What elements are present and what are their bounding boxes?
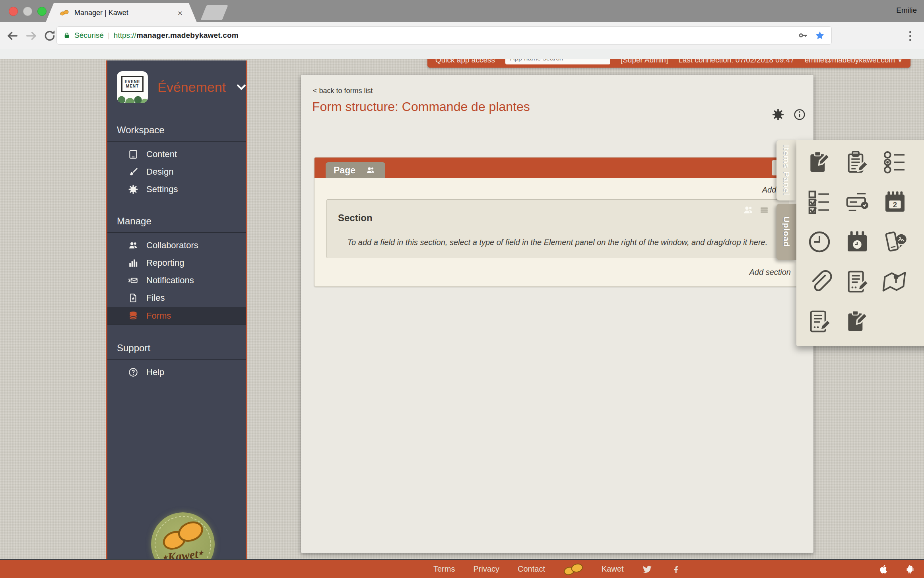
section-label-manage: Manage bbox=[107, 205, 246, 233]
minimize-window-button[interactable] bbox=[23, 7, 32, 16]
android-icon[interactable] bbox=[905, 564, 915, 574]
items-panel-grid: 2 bbox=[796, 140, 924, 346]
browser-menu-icon[interactable] bbox=[904, 29, 916, 42]
reload-button[interactable] bbox=[43, 29, 56, 43]
paperclip-icon[interactable] bbox=[807, 269, 832, 294]
close-window-button[interactable] bbox=[9, 7, 18, 16]
footer: Terms Privacy Contact Kawet bbox=[0, 559, 924, 578]
form-settings-gear-icon[interactable] bbox=[772, 108, 784, 121]
people-icon bbox=[366, 165, 375, 175]
footer-link-privacy[interactable]: Privacy bbox=[473, 564, 499, 574]
svg-text:2: 2 bbox=[893, 200, 897, 209]
tab-close-icon[interactable]: × bbox=[178, 9, 182, 17]
sidebar-item-reporting[interactable]: Reporting bbox=[107, 254, 246, 272]
page-tab[interactable]: Page bbox=[326, 162, 385, 178]
forward-button[interactable] bbox=[25, 29, 38, 43]
people-icon[interactable] bbox=[743, 204, 754, 216]
sidebar: EVENE MENT Événement Workspace Content D… bbox=[106, 60, 247, 578]
text-field-check-icon[interactable] bbox=[844, 189, 870, 215]
bar-chart-icon bbox=[128, 258, 138, 268]
peanut-favicon-icon bbox=[60, 10, 69, 16]
database-icon bbox=[128, 311, 138, 321]
add-section-link-bottom[interactable]: Add section bbox=[314, 268, 800, 277]
people-icon bbox=[128, 240, 138, 251]
password-key-icon[interactable] bbox=[798, 30, 808, 41]
app-icon-text-1: EVENE bbox=[125, 80, 140, 84]
calendar-clock-icon[interactable] bbox=[844, 229, 870, 255]
section-block[interactable]: Section To add a field in this section, … bbox=[326, 199, 788, 258]
document-edit-icon[interactable] bbox=[844, 269, 870, 294]
sidebar-item-content[interactable]: Content bbox=[107, 146, 246, 163]
tab-title: Manager | Kawet bbox=[74, 9, 172, 17]
checkbox-list-icon[interactable] bbox=[807, 189, 832, 215]
badge-star-right: ★ bbox=[198, 550, 204, 557]
sidebar-item-settings[interactable]: Settings bbox=[107, 181, 246, 198]
info-icon[interactable] bbox=[793, 108, 806, 121]
footer-link-contact[interactable]: Contact bbox=[518, 564, 545, 574]
new-tab-button[interactable] bbox=[200, 5, 228, 20]
tab-items-panel[interactable]: Items Panel bbox=[776, 140, 796, 200]
sidebar-item-label: Content bbox=[146, 149, 177, 160]
lock-icon bbox=[63, 31, 70, 39]
section-label-workspace: Workspace bbox=[107, 114, 246, 142]
app-switcher[interactable]: EVENE MENT Événement bbox=[107, 60, 246, 114]
add-section-link-top[interactable]: Add sec bbox=[314, 185, 800, 195]
url-scheme: https:// bbox=[114, 31, 136, 40]
calendar-icon[interactable]: 2 bbox=[882, 189, 908, 215]
clock-icon[interactable] bbox=[807, 229, 832, 255]
form-body: Add sec Section To add a field in this s… bbox=[314, 185, 800, 286]
tab-upload[interactable]: Upload bbox=[776, 204, 796, 260]
section-title: Section bbox=[338, 212, 373, 224]
footer-link-kawet[interactable]: Kawet bbox=[602, 564, 624, 574]
url-separator: | bbox=[108, 31, 110, 40]
gear-icon bbox=[128, 184, 138, 195]
window-controls bbox=[9, 7, 47, 16]
section-label-support: Support bbox=[107, 332, 246, 360]
section-menu-icon[interactable] bbox=[759, 205, 769, 215]
sidebar-item-collaborators[interactable]: Collaborators bbox=[107, 237, 246, 254]
address-bar[interactable]: Sécurisé | https:// manager.madebykawet.… bbox=[56, 26, 832, 45]
form-builder: Page Add sec Section To add a field in t… bbox=[314, 157, 801, 287]
sidebar-item-forms[interactable]: Forms bbox=[107, 307, 246, 325]
sidebar-item-label: Reporting bbox=[146, 258, 184, 268]
page-tabs-bar: Page bbox=[314, 158, 800, 178]
page-title: Form structure: Commande de plantes bbox=[312, 99, 530, 114]
screen: Quick app access [Super Admin] Last conn… bbox=[0, 0, 924, 578]
file-star-icon bbox=[128, 293, 138, 303]
clipboard-text-edit-icon[interactable] bbox=[844, 150, 870, 175]
leaves-decoration bbox=[117, 93, 148, 103]
sidebar-item-notifications[interactable]: Notifications bbox=[107, 272, 246, 289]
sidebar-item-help[interactable]: Help bbox=[107, 364, 246, 381]
note-edit-icon[interactable] bbox=[807, 309, 832, 334]
footer-link-terms[interactable]: Terms bbox=[433, 564, 455, 574]
brush-icon bbox=[128, 167, 138, 177]
radio-list-icon[interactable] bbox=[882, 150, 908, 175]
map-location-icon[interactable] bbox=[882, 269, 908, 294]
sidebar-item-label: Notifications bbox=[146, 275, 194, 286]
browser-tab[interactable]: Manager | Kawet × bbox=[46, 3, 197, 22]
twitter-icon[interactable] bbox=[642, 564, 652, 574]
app-icon-text-2: MENT bbox=[126, 84, 139, 89]
apple-icon[interactable] bbox=[879, 564, 889, 574]
upload-tab-label: Upload bbox=[782, 216, 791, 247]
browser-chrome: Manager | Kawet × Emilie Sécurisé | http… bbox=[0, 0, 924, 59]
help-icon bbox=[128, 367, 138, 378]
back-to-forms-link[interactable]: < back to forms list bbox=[313, 87, 373, 95]
section-hint: To add a field in this section, select a… bbox=[327, 238, 788, 247]
chevron-down-icon bbox=[235, 81, 247, 93]
sidebar-item-label: Collaborators bbox=[146, 240, 198, 251]
tablet-icon bbox=[128, 149, 138, 160]
sidebar-item-label: Files bbox=[146, 293, 165, 303]
clipboard-edit-icon[interactable] bbox=[807, 150, 832, 175]
sidebar-item-label: Settings bbox=[146, 184, 178, 195]
sidebar-item-files[interactable]: Files bbox=[107, 289, 246, 307]
security-label: Sécurisé bbox=[74, 31, 104, 40]
phone-photo-icon[interactable] bbox=[882, 229, 908, 255]
app-name: Événement bbox=[157, 80, 226, 95]
back-button[interactable] bbox=[6, 29, 19, 43]
zoom-window-button[interactable] bbox=[37, 7, 47, 16]
facebook-icon[interactable] bbox=[671, 564, 681, 574]
bookmark-star-icon[interactable] bbox=[815, 30, 825, 41]
clipboard-edit-solid-icon[interactable] bbox=[844, 309, 870, 334]
sidebar-item-design[interactable]: Design bbox=[107, 163, 246, 181]
